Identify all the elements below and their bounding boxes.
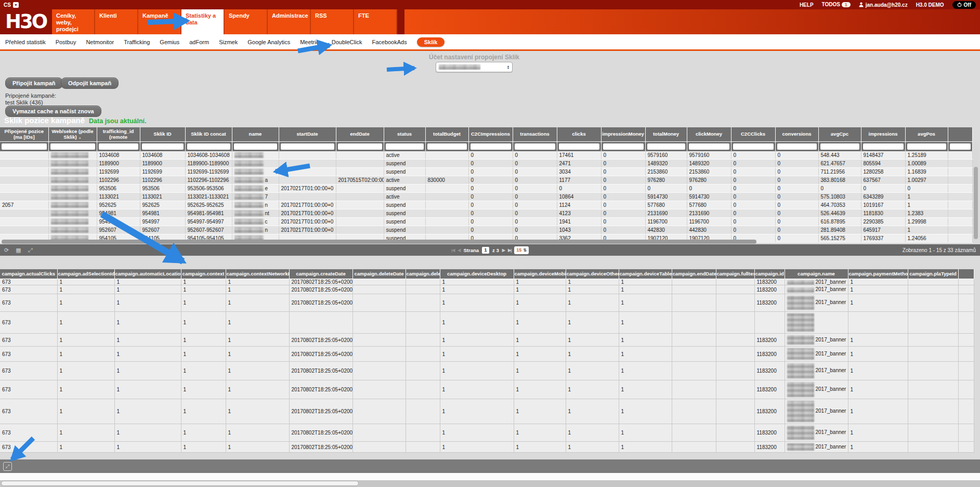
column-header[interactable]: campaign.endDate (672, 269, 716, 279)
column-header[interactable]: Připojené pozice (ma [IDs] (0, 127, 48, 142)
column-header[interactable]: campaign.adSelectionId (57, 269, 114, 279)
filter-input[interactable] (907, 143, 946, 150)
column-header[interactable]: campaign.context (181, 269, 226, 279)
table-row[interactable]: 954997954997954997-954997c20170217T01:00… (0, 218, 972, 226)
column-header[interactable] (958, 269, 974, 279)
tab-administrace[interactable]: Administrace (268, 9, 311, 34)
column-header[interactable]: totalMoney (645, 127, 687, 142)
language-selector[interactable]: CS ▼ (4, 2, 19, 8)
tab-spendy[interactable]: Spendy (225, 9, 268, 34)
expand-icon[interactable]: ⤢ (3, 462, 12, 471)
connect-campaign-button[interactable]: Připojit kampaň (5, 77, 63, 89)
filter-input[interactable] (647, 143, 685, 150)
prev-page-icon[interactable]: ◀ (458, 248, 460, 253)
filter-input[interactable] (234, 143, 277, 150)
tab-rss[interactable]: RSS (311, 9, 354, 34)
subnav-sizmek[interactable]: Sizmek (219, 39, 238, 45)
table-row[interactable]: 673111120170802T18:25:05+020011111183200… (0, 279, 974, 285)
next-page-icon[interactable]: ▶ (502, 248, 505, 253)
table-row[interactable]: 67311111111 (0, 312, 974, 334)
subnav-facebookads[interactable]: FacebookAds (372, 39, 407, 45)
table-row[interactable]: 673111120170802T18:25:05+020011111183200… (0, 285, 974, 294)
filter-input[interactable] (427, 143, 467, 150)
subnav-sklik-active[interactable]: Sklik (417, 37, 445, 47)
table-row[interactable]: 954981954981954981-954981nt20170217T01:0… (0, 209, 972, 218)
tab-statistiky-a-data[interactable]: Statistiky a data (181, 9, 225, 34)
table-row[interactable]: 952607952607952607-952607n20170217T01:00… (0, 226, 972, 234)
filter-input[interactable] (471, 143, 511, 150)
column-header[interactable]: campaign.id (754, 269, 785, 279)
vertical-scrollbar-thumb[interactable] (974, 167, 978, 239)
column-header[interactable]: Web/sekce (podle Sklik)▲ (48, 127, 97, 142)
filter-input[interactable] (689, 143, 729, 150)
last-page-icon[interactable]: ▶| (508, 248, 511, 253)
todos-link[interactable]: TODOS 1 (822, 2, 851, 8)
column-header[interactable]: campaign.fulltext (716, 269, 754, 279)
table-row[interactable]: 673111120170802T18:25:05+020011111183200… (0, 442, 974, 453)
column-header[interactable]: campaign.deviceOther (566, 269, 619, 279)
column-header[interactable]: totalBudget (425, 127, 468, 142)
filter-input[interactable] (386, 143, 424, 150)
table-row[interactable]: 673111120170802T18:25:05+020011111183200… (0, 362, 974, 380)
table-row[interactable]: 673111120170802T18:25:05+020011111183200… (0, 424, 974, 442)
column-header[interactable]: campaign.createDate (289, 269, 352, 279)
column-header[interactable]: impressions (861, 127, 905, 142)
table-row[interactable]: 673111120170802T18:25:05+020011111183200… (0, 399, 974, 424)
tab-cen-ky-weby-prodejci[interactable]: Ceníky, weby, prodejci (52, 9, 95, 34)
table-row[interactable]: 673111120170802T18:25:05+020011111183200… (0, 294, 974, 312)
filter-input[interactable] (2, 143, 47, 150)
filter-input[interactable] (187, 143, 230, 150)
column-header[interactable]: campaign.plaTypeId (908, 269, 958, 279)
column-header[interactable]: campaign.deviceTablet (619, 269, 672, 279)
column-header[interactable]: Sklik ID (140, 127, 185, 142)
help-link[interactable]: HELP (800, 2, 814, 8)
table-row[interactable]: 2057952625952625952625-952625n20170217T0… (0, 201, 972, 209)
column-header[interactable] (948, 127, 972, 142)
column-header[interactable]: startDate (279, 127, 336, 142)
horizontal-scrollbar-thumb[interactable] (2, 240, 756, 244)
filter-input[interactable] (950, 143, 971, 150)
table-row[interactable]: 673111120170802T18:25:05+020011111183200… (0, 347, 974, 362)
subnav-postbuy[interactable]: Postbuy (56, 39, 76, 45)
filter-input[interactable] (142, 143, 184, 150)
table-row[interactable]: 673111120170802T18:25:05+020011111183200… (0, 334, 974, 347)
subnav-doubleclick[interactable]: DoubleClick (332, 39, 362, 45)
column-header[interactable]: clickMoney (687, 127, 731, 142)
column-header[interactable]: clicks (557, 127, 601, 142)
filter-input[interactable] (820, 143, 859, 150)
disconnect-campaign-button[interactable]: Odpojit kampaň (61, 77, 119, 89)
column-header[interactable]: C2CClicks (731, 127, 775, 142)
column-header[interactable]: name (232, 127, 279, 142)
table-row[interactable]: 673111120170802T18:25:05+020011111183200… (0, 380, 974, 399)
column-header[interactable]: status (384, 127, 425, 142)
column-header[interactable]: avgPos (905, 127, 948, 142)
filter-input[interactable] (281, 143, 334, 150)
tab-kampan[interactable]: Kampaně (138, 9, 181, 34)
column-header[interactable]: campaign.automaticLocation (114, 269, 181, 279)
table-row[interactable]: 103460810346081034608-1034608active00174… (0, 151, 972, 160)
column-header[interactable]: campaign.name (785, 269, 848, 279)
page-scrollbar-thumb[interactable] (1, 481, 359, 486)
column-header[interactable]: campaign.contextNetworkId (226, 269, 289, 279)
subnav-meetrics[interactable]: Meetrics (300, 39, 322, 45)
table-row[interactable]: 113302111330211133021-11330217active0010… (0, 193, 972, 201)
subnav-p-ehled-statistik[interactable]: Přehled statistik (5, 39, 46, 45)
column-header[interactable]: campaign.deviceDesktop (440, 269, 514, 279)
column-header[interactable]: C2CImpressions (468, 127, 513, 142)
subnav-gemius[interactable]: Gemius (160, 39, 179, 45)
filter-input[interactable] (338, 143, 382, 150)
page-size-select[interactable]: 15 ⇅ (514, 246, 529, 254)
user-menu[interactable]: jan.auda@h20.cz (859, 2, 908, 8)
filter-input[interactable] (515, 143, 555, 150)
app-logo[interactable]: H3O (5, 10, 46, 33)
column-header[interactable]: conversions (775, 127, 818, 142)
sklik-account-select[interactable]: ▲▼ (436, 62, 513, 72)
filter-input[interactable] (603, 143, 644, 150)
column-header[interactable]: impressionMoney (601, 127, 645, 142)
filter-input[interactable] (99, 143, 138, 150)
subnav-google-analytics[interactable]: Google Analytics (247, 39, 290, 45)
table-row[interactable]: 953506953506953506-953506e20170217T01:00… (0, 185, 972, 193)
page-input[interactable]: 1 (482, 247, 489, 254)
column-header[interactable]: transactions (513, 127, 557, 142)
column-header[interactable]: trafficking_id (remote (97, 127, 140, 142)
